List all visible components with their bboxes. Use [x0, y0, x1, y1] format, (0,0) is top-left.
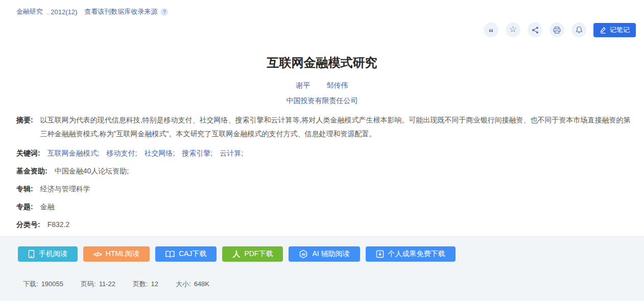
file-size: 大小:648K [176, 280, 209, 289]
page-count: 页数:12 [133, 280, 158, 289]
quote-icon[interactable]: “ [484, 22, 498, 37]
download-count-value: 190055 [41, 280, 63, 288]
clc-value: F832.2 [47, 219, 70, 230]
book-icon [165, 250, 175, 258]
page-range: 页码:11-22 [81, 280, 115, 289]
keyword-link[interactable]: 云计算; [220, 149, 243, 157]
keyword-link[interactable]: 社交网络; [144, 149, 175, 157]
abstract-row: 摘要: 以互联网为代表的现代信息科技,特别是移动支付、社交网络、搜索引擎和云计算… [16, 113, 635, 141]
fund-label: 基金资助: [16, 166, 47, 176]
ai-icon: AI [299, 249, 308, 259]
pdf-download-label: PDF下载 [244, 249, 273, 259]
take-note-button[interactable]: 记笔记 [593, 23, 636, 37]
pencil-icon [600, 27, 607, 34]
keyword-link[interactable]: 互联网金融模式; [47, 149, 100, 157]
keyword-link[interactable]: 搜索引擎; [182, 149, 212, 157]
download-footer: 手机阅读 </> HTML阅读 CAJ下载 人 PDF下载 AI AI 辅助阅读 [0, 236, 644, 301]
page-range-label: 页码: [81, 280, 96, 288]
affiliation-row: 中国投资有限责任公司 [0, 96, 644, 106]
source-database-link[interactable]: 查看该刊数据库收录来源 [84, 7, 157, 16]
star-glyph: ☆ [509, 24, 517, 35]
clc-label: 分类号: [16, 219, 40, 230]
album-label: 专辑: [16, 184, 33, 194]
mobile-read-button[interactable]: 手机阅读 [18, 246, 78, 262]
page-range-value: 11-22 [99, 280, 115, 288]
caj-download-label: CAJ下载 [179, 249, 206, 259]
page-title: 互联网金融模式研究 [0, 55, 644, 71]
keywords-row: 关键词: 互联网金融模式;移动支付;社交网络;搜索引擎;云计算; [16, 148, 635, 158]
take-note-label: 记笔记 [610, 26, 630, 35]
stats-row: 下载:190055 页码:11-22 页数:12 大小:648K [23, 280, 209, 289]
keywords-list: 互联网金融模式;移动支付;社交网络;搜索引擎;云计算; [47, 148, 250, 158]
topic-row: 专题: 金融 [16, 201, 635, 212]
album-value: 经济与管理科学 [40, 184, 90, 194]
keyword-link[interactable]: 移动支付; [107, 149, 137, 157]
download-count: 下载:190055 [23, 280, 63, 289]
code-icon: </> [93, 250, 102, 258]
affiliation-link[interactable]: 中国投资有限责任公司 [287, 96, 358, 105]
help-icon[interactable]: ? [160, 8, 168, 16]
download-box-icon [376, 250, 384, 258]
fund-row: 基金资助: 中国金融40人论坛资助; [16, 166, 635, 176]
page-count-value: 12 [151, 280, 158, 288]
bell-icon[interactable] [571, 22, 586, 37]
pdf-icon: 人 [232, 249, 240, 259]
personal-free-download-label: 个人成果免费下载 [388, 249, 445, 259]
file-size-label: 大小: [176, 280, 191, 288]
cnki-article-page: { "journal": { "name": "金融研究", "issue": … [0, 0, 644, 303]
topic-label: 专题: [16, 201, 33, 212]
mobile-read-label: 手机阅读 [39, 249, 67, 259]
html-read-label: HTML阅读 [106, 249, 139, 259]
keywords-label: 关键词: [16, 148, 40, 158]
print-icon[interactable] [550, 22, 564, 37]
journal-name-link[interactable]: 金融研究 [16, 7, 43, 16]
clc-row: 分类号: F832.2 [16, 219, 635, 230]
download-count-label: 下载: [23, 280, 38, 288]
file-size-value: 648K [194, 280, 209, 288]
html-read-button[interactable]: </> HTML阅读 [83, 246, 150, 262]
caj-download-button[interactable]: CAJ下载 [155, 246, 217, 262]
authors-row: 谢平 邹传伟 [0, 81, 644, 90]
journal-issue: . 2012(12) [47, 8, 77, 16]
abstract-label: 摘要: [16, 113, 33, 141]
pdf-download-button[interactable]: 人 PDF下载 [222, 246, 283, 262]
journal-line: 金融研究 . 2012(12) 查看该刊数据库收录来源 ? [16, 7, 168, 16]
star-icon[interactable]: ☆ [506, 22, 520, 37]
fund-value: 中国金融40人论坛资助; [55, 166, 129, 176]
ai-read-label: AI 辅助阅读 [312, 249, 349, 259]
download-buttons-row: 手机阅读 </> HTML阅读 CAJ下载 人 PDF下载 AI AI 辅助阅读 [18, 246, 456, 262]
svg-text:AI: AI [302, 252, 306, 257]
ai-read-button[interactable]: AI AI 辅助阅读 [289, 246, 360, 262]
action-bar: “ ☆ 记笔记 [484, 22, 636, 37]
share-icon[interactable] [528, 22, 542, 37]
author-link[interactable]: 邹传伟 [326, 81, 348, 89]
personal-free-download-button[interactable]: 个人成果免费下载 [366, 246, 456, 262]
meta-block: 摘要: 以互联网为代表的现代信息科技,特别是移动支付、社交网络、搜索引擎和云计算… [16, 113, 635, 237]
page-count-label: 页数: [133, 280, 148, 288]
phone-icon [28, 250, 35, 258]
album-row: 专辑: 经济与管理科学 [16, 184, 635, 194]
topic-value: 金融 [40, 201, 55, 212]
abstract-text: 以互联网为代表的现代信息科技,特别是移动支付、社交网络、搜索引擎和云计算等,将对… [40, 113, 635, 141]
author-link[interactable]: 谢平 [296, 81, 311, 89]
